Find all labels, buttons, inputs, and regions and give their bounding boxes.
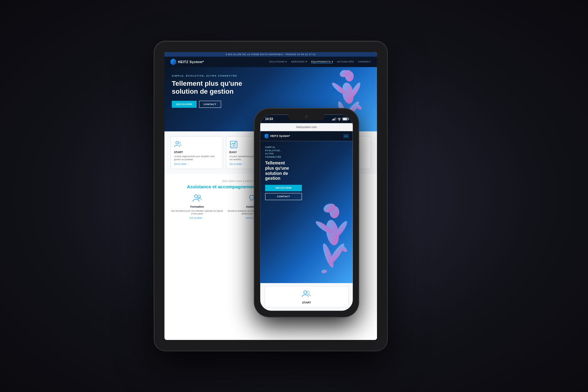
- status-icons: [332, 117, 348, 120]
- shield-icon: [171, 58, 176, 65]
- status-time: 14:53: [265, 117, 273, 121]
- tablet-address: 9 BIS ALLÉE DE LA VIGNE 84270 GARRIOES -…: [226, 53, 316, 56]
- nav-contact[interactable]: CONTACT: [358, 60, 371, 63]
- phone-device: 14:53: [254, 108, 359, 317]
- contact-button[interactable]: CONTACT: [199, 101, 221, 108]
- card-start-desc: La base réglementaire pour simplifier vo…: [174, 155, 220, 161]
- svg-point-10: [179, 142, 180, 144]
- phone-discover-button[interactable]: DÉCOUVRIR: [265, 185, 302, 191]
- tablet-topbar: 9 BIS ALLÉE DE LA VIGNE 84270 GARRIOES -…: [164, 52, 377, 57]
- service-formation-desc: Des formations pour une utilisation opti…: [171, 209, 224, 216]
- discover-button[interactable]: DÉCOUVRIR: [172, 101, 197, 108]
- hero-subtitle: SIMPLE, ÉVOLUTIVE, ULTRA CONNECTÉE: [172, 74, 258, 77]
- phone-screen: 14:53: [260, 115, 353, 311]
- svg-rect-26: [336, 117, 336, 120]
- svg-rect-24: [334, 118, 334, 120]
- tablet-nav-links: SOLUTIONS ▾ SERVICES ▾ ÉQUIPEMENTS ▾ ACT…: [269, 60, 371, 63]
- phone-hero-title: Tellementplus qu'unesolution degestion: [265, 160, 302, 181]
- hero-title: Tellement plus qu'une solution de gestio…: [172, 80, 258, 96]
- phone-hero-subtitle: SIMPLE,ÉVOLUTIVE,ULTRACONNECTÉE: [265, 146, 302, 159]
- battery-icon: [342, 117, 348, 120]
- tablet-logo[interactable]: HEITZ System*: [171, 58, 204, 65]
- phone-camera: [305, 115, 308, 118]
- nav-solutions[interactable]: SOLUTIONS ▾: [269, 60, 287, 63]
- hamburger-line-1: [344, 134, 349, 135]
- tablet-hero-content: SIMPLE, ÉVOLUTIVE, ULTRA CONNECTÉE Telle…: [172, 74, 258, 108]
- phone-addressbar[interactable]: heitzsystem.com: [260, 123, 353, 131]
- svg-point-27: [339, 120, 340, 120]
- phone-contact-button[interactable]: CONTACT: [265, 193, 302, 200]
- svg-rect-22: [332, 119, 333, 120]
- easy-icon: [229, 140, 238, 149]
- nav-services[interactable]: SERVICES ▾: [291, 60, 307, 63]
- service-formation-link[interactable]: Voir en détail →: [171, 217, 224, 219]
- phone-nav: HEITZ System*: [260, 131, 353, 141]
- hamburger-line-2: [344, 136, 349, 137]
- nav-equipements[interactable]: ÉQUIPEMENTS ▾: [311, 60, 333, 63]
- svg-point-35: [321, 269, 327, 274]
- card-start-link[interactable]: Voir en détail →: [174, 163, 220, 165]
- card-start-title: START: [174, 151, 220, 154]
- hamburger-menu[interactable]: [344, 134, 349, 138]
- formation-icon: [192, 194, 202, 203]
- svg-point-15: [235, 142, 236, 143]
- scene: 9 BIS ALLÉE DE LA VIGNE 84270 GARRIOES -…: [0, 0, 588, 392]
- phone-cards-preview: START: [260, 283, 353, 311]
- phone-card-start: START: [265, 286, 349, 307]
- start-icon: [174, 140, 183, 149]
- nav-actualites[interactable]: ACTUALITÉS: [337, 60, 354, 63]
- phone-shield-icon: [265, 134, 269, 139]
- svg-rect-23: [333, 119, 334, 120]
- wifi-icon: [337, 117, 341, 120]
- svg-point-18: [198, 195, 200, 198]
- phone-hero-content: SIMPLE,ÉVOLUTIVE,ULTRACONNECTÉE Tellemen…: [265, 146, 302, 200]
- phone-start-icon: [302, 289, 311, 299]
- phone-logo[interactable]: HEITZ System*: [265, 134, 290, 139]
- athlete-image-phone: [307, 203, 353, 283]
- phone-notch: [288, 113, 325, 120]
- hamburger-line-3: [344, 137, 349, 138]
- service-formation: Formation Des formations pour une utilis…: [171, 194, 224, 219]
- svg-rect-25: [335, 118, 335, 120]
- address-text: heitzsystem.com: [296, 126, 317, 129]
- phone-hero: SIMPLE,ÉVOLUTIVE,ULTRACONNECTÉE Tellemen…: [260, 141, 353, 283]
- tablet-nav: HEITZ System* SOLUTIONS ▾ SERVICES ▾ ÉQU…: [164, 57, 377, 67]
- svg-point-17: [194, 195, 198, 198]
- signal-icon: [332, 117, 336, 120]
- svg-point-37: [304, 291, 307, 294]
- svg-point-38: [307, 291, 309, 293]
- hero-buttons: DÉCOUVRIR CONTACT: [172, 101, 258, 108]
- card-start: START La base réglementaire pour simplif…: [171, 136, 223, 169]
- svg-point-9: [176, 141, 178, 144]
- service-formation-title: Formation: [171, 205, 224, 208]
- phone-card-start-title: START: [268, 301, 345, 304]
